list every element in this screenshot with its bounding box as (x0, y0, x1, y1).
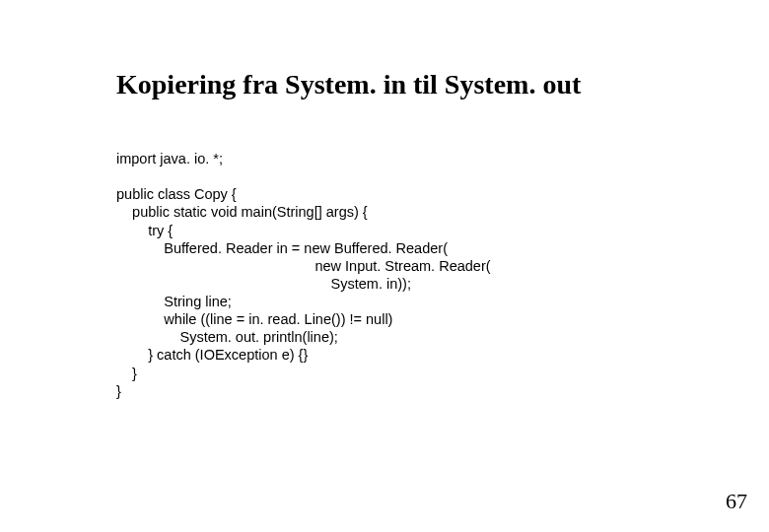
slide-title: Kopiering fra System. in til System. out (116, 69, 769, 100)
page-number: 67 (726, 489, 747, 514)
slide-content: Kopiering fra System. in til System. out… (0, 0, 769, 400)
code-block: import java. io. *; public class Copy { … (116, 150, 769, 400)
